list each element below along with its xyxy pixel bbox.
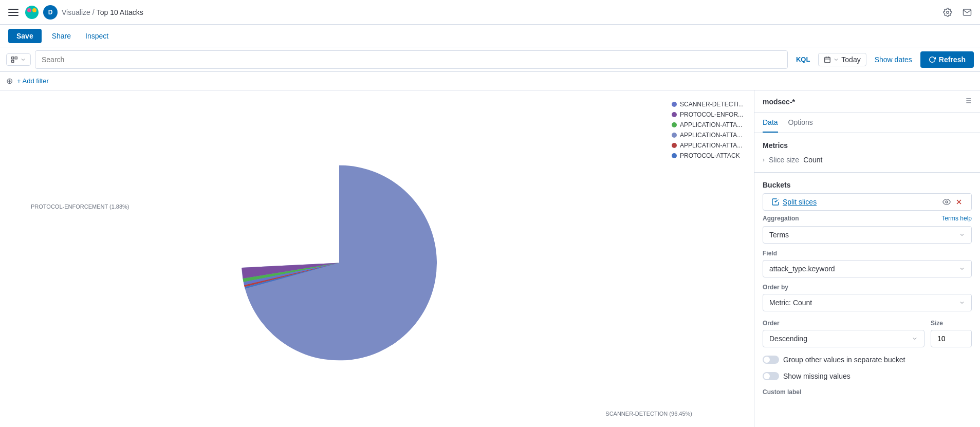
group-other-row: Group other values in separate bucket [754,351,980,368]
split-slices-row: Split slices [763,193,972,211]
date-label: Today [841,55,860,64]
show-missing-toggle[interactable] [763,372,779,380]
kql-button[interactable]: KQL [792,53,814,65]
svg-point-1 [27,8,31,12]
buckets-section: Buckets Split slices [754,173,980,398]
legend: SCANNER-DETECTI... PROTOCOL-ENFOR... APP… [672,101,744,159]
svg-rect-5 [12,57,14,59]
pie-slice-scanner[interactable] [242,165,437,360]
slice-size-row: › Slice size Count [763,156,972,164]
breadcrumb: Visualize / Top 10 Attacks [62,8,143,16]
filter-bar: ⊕ + Add filter [0,72,980,90]
order-by-section: Order by Metric: Count [754,282,980,315]
order-by-value: Metric: Count [769,299,812,307]
search-input-wrap [35,50,788,69]
order-col: Order Descending [763,320,924,347]
field-section: Field attack_type.keyword [754,248,980,282]
search-selector[interactable] [6,53,31,66]
top-bar-right [941,6,974,19]
pie-chart-svg [242,165,437,360]
eye-icon[interactable] [942,198,951,206]
search-input[interactable] [42,55,781,64]
refresh-label: Refresh [939,55,966,64]
chevron-right-icon: › [763,156,765,163]
svg-point-20 [946,201,948,203]
chevron-down-order-icon [912,336,918,342]
legend-label-2: APPLICATION-ATTA... [680,121,742,128]
order-label: Order [763,320,924,327]
split-slices-right [942,198,963,206]
aggregation-label: Aggregation [763,215,799,222]
svg-point-2 [32,8,36,12]
annotation-scanner: SCANNER-DETECTION (96.45%) [605,411,692,417]
terms-help-link[interactable]: Terms help [941,215,972,222]
svg-point-4 [947,11,949,13]
field-select[interactable]: attack_type.keyword [763,260,972,277]
split-slices-toggle-icon [771,198,780,206]
show-dates-button[interactable]: Show dates [871,53,916,66]
panel-title: modsec-* [763,98,795,106]
metrics-title: Metrics [763,141,972,150]
order-size-row: Order Descending Size [754,315,980,351]
order-select[interactable]: Descending [763,330,924,347]
tab-data[interactable]: Data [763,113,778,133]
main-content: Kifarunix *NIX TIPS & TUTORIALS SCANNER-… [0,90,980,427]
legend-item-0: SCANNER-DETECTI... [672,101,744,108]
hamburger-button[interactable] [6,5,21,20]
legend-label-1: PROTOCOL-ENFOR... [680,111,743,118]
date-selector[interactable]: Today [818,53,866,66]
legend-item-1: PROTOCOL-ENFOR... [672,111,744,118]
search-type-icon [11,56,18,63]
breadcrumb-separator: / [93,8,95,16]
refresh-button[interactable]: Refresh [920,51,974,68]
group-other-label: Group other values in separate bucket [783,356,905,364]
settings-icon [943,8,952,17]
save-button[interactable]: Save [8,29,42,43]
size-col: Size [931,320,972,347]
aggregation-select[interactable]: Terms [763,226,972,244]
panel-menu-icon[interactable] [964,97,972,106]
annotation-protocol: PROTOCOL-ENFORCEMENT (1.88%) [31,203,130,210]
calendar-icon [824,56,831,63]
chart-area: Kifarunix *NIX TIPS & TUTORIALS SCANNER-… [0,90,754,427]
legend-item-3: APPLICATION-ATTA... [672,132,744,139]
legend-label-4: APPLICATION-ATTA... [680,142,742,149]
metrics-section: Metrics › Slice size Count [754,133,980,173]
mail-button[interactable] [960,6,974,19]
buckets-title: Buckets [763,181,790,189]
split-slices-label[interactable]: Split slices [783,198,817,206]
buckets-header: Buckets [754,173,980,193]
legend-dot-1 [672,112,677,117]
add-filter-button[interactable]: + Add filter [17,77,49,85]
size-input[interactable] [931,330,972,347]
legend-label-3: APPLICATION-ATTA... [680,132,742,139]
inspect-button[interactable]: Inspect [81,30,113,42]
svg-point-3 [30,12,34,16]
refresh-icon [929,56,936,63]
action-bar: Save Share Inspect [0,25,980,47]
legend-dot-2 [672,122,677,127]
share-button[interactable]: Share [48,30,75,42]
legend-item-2: APPLICATION-ATTA... [672,121,744,128]
hamburger-icon [8,7,19,17]
mail-icon [963,8,972,17]
panel-header: modsec-* [754,90,980,113]
order-value: Descending [769,335,807,343]
field-label: Field [763,250,972,257]
show-missing-label: Show missing values [783,372,850,380]
group-other-toggle[interactable] [763,356,779,364]
close-icon[interactable] [955,198,963,206]
chevron-down-agg-icon [959,232,965,238]
field-value: attack_type.keyword [769,265,835,273]
legend-item-5: PROTOCOL-ATTACK [672,152,744,159]
legend-dot-4 [672,143,677,148]
tab-options[interactable]: Options [788,113,813,133]
order-by-select[interactable]: Metric: Count [763,294,972,311]
show-missing-row: Show missing values [754,368,980,384]
user-avatar: D [43,5,58,20]
legend-label-0: SCANNER-DETECTI... [680,101,744,108]
slice-size-label: Slice size [769,156,799,164]
svg-rect-6 [15,57,17,59]
right-panel: modsec-* Data Options Metrics › Slice si… [754,90,980,427]
settings-button[interactable] [941,6,954,19]
